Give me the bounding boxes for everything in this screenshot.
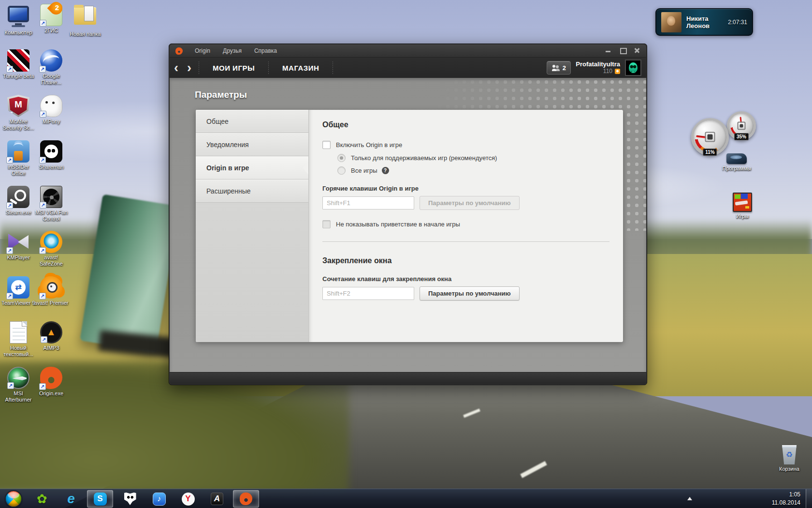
msi-afterburner-icon <box>7 367 29 389</box>
desktop-icon-label: 2ГИС <box>34 28 69 34</box>
aimp3-icon <box>40 321 62 344</box>
mipony-icon <box>40 95 62 117</box>
shortcut-arrow-icon <box>40 20 46 27</box>
desktop-icon-tunngle[interactable]: Tunngle beta <box>1 49 36 79</box>
window-menubar: Origin Друзья Справка <box>170 45 646 58</box>
msi-fan-control-icon <box>40 186 62 208</box>
desktop-icon-teamviewer[interactable]: TeamViewer 9 <box>1 276 36 306</box>
user-meta: Profatalityultra 110 <box>576 60 620 75</box>
tab-my-games[interactable]: МОИ ИГРЫ <box>202 64 265 72</box>
all-games-label: Все игры <box>351 167 377 174</box>
taskbar-item-origin[interactable] <box>233 490 259 508</box>
show-desktop-button[interactable] <box>806 489 812 508</box>
settings-panel: Общее Уведомления Origin в игре Расширен… <box>196 110 623 342</box>
desktop-icon-mipony[interactable]: MiPony <box>34 95 69 125</box>
supported-games-radio[interactable] <box>337 154 346 162</box>
desktop-icon-avast-safezone[interactable]: avast! SafeZone <box>34 231 69 267</box>
pin-hotkey-input[interactable] <box>322 287 414 300</box>
start-button[interactable] <box>5 490 22 508</box>
sidebar-item-notifications[interactable]: Уведомления <box>196 133 308 156</box>
call-overlay-widget[interactable]: Никита Леонов 2:07:31 <box>655 8 753 36</box>
desktop-icon-mcafee[interactable]: McAfee Security Sc... <box>1 95 36 131</box>
desktop-icon-games[interactable]: Игры <box>724 193 761 219</box>
tray-expand-icon[interactable] <box>687 497 692 500</box>
sidebar-item-origin-in-game[interactable]: Origin в игре <box>196 156 308 179</box>
mcafee-icon <box>7 95 29 117</box>
tab-store[interactable]: МАГАЗИН <box>272 64 330 72</box>
tunngle-icon <box>7 49 29 72</box>
taskbar-item-internet-explorer[interactable]: e <box>58 490 84 508</box>
desktop-icon-msi-fan[interactable]: MSI VGA Fan Control <box>34 186 69 222</box>
section-heading-general: Общее <box>322 120 609 129</box>
desktop-icon-google-earth[interactable]: Google Плане... <box>34 49 69 86</box>
desktop-icon-text-document[interactable]: Новый текстовый... <box>1 321 36 358</box>
desktop-icon-avast-premier[interactable]: avast! Premier <box>34 276 69 306</box>
friends-count: 2 <box>563 64 566 72</box>
desktop-icon-shareman[interactable]: Shareman <box>34 140 69 170</box>
origin-icon <box>240 493 252 505</box>
skull-avatar-icon <box>629 62 638 73</box>
origin-window: Origin Друзья Справка ‹ › МОИ ИГРЫ МАГАЗ… <box>169 44 647 385</box>
desktop-icon-label: Новая папка <box>68 31 102 37</box>
enable-origin-in-game-checkbox[interactable] <box>322 141 331 149</box>
origin-navbar: ‹ › МОИ ИГРЫ МАГАЗИН 2 Profatalityultra … <box>170 58 646 78</box>
help-icon[interactable]: ? <box>382 167 389 174</box>
desktop-icon-msi-afterburner[interactable]: MSI Afterburner <box>1 367 36 403</box>
desktop-icon-origin[interactable]: Origin.exe <box>34 367 69 397</box>
taskbar-item-icq[interactable]: ✿ <box>29 490 55 508</box>
no-greeting-label: Не показывать приветствие в начале игры <box>336 221 460 228</box>
sidebar-item-general[interactable]: Общее <box>196 110 308 133</box>
games-icon <box>733 193 752 212</box>
desktop-icon-inssider[interactable]: inSSIDer Office <box>1 140 36 177</box>
2gis-icon <box>40 4 62 26</box>
desktop-icon-computer[interactable]: Компьютер <box>1 4 36 36</box>
desktop-icon-programs[interactable]: Программы <box>718 153 755 171</box>
desktop-icon-steam[interactable]: Steam.exe <box>1 186 36 216</box>
desktop-icon-new-folder[interactable]: Новая папка <box>68 4 102 37</box>
menu-help[interactable]: Справка <box>248 47 283 54</box>
defaults-button[interactable]: Параметры по умолчанию <box>420 286 520 300</box>
music-player-icon: ♪ <box>153 493 166 506</box>
no-greeting-checkbox[interactable] <box>322 220 331 228</box>
taskbar-clock[interactable]: 1:05 11.08.2014 <box>772 491 800 507</box>
internet-explorer-icon: e <box>67 491 75 507</box>
supported-games-label: Только для поддерживаемых игр (рекоменду… <box>351 154 497 162</box>
close-button[interactable] <box>634 47 640 54</box>
sidebar-item-advanced[interactable]: Расширенные <box>196 179 308 203</box>
in-game-hotkey-input[interactable] <box>322 196 414 209</box>
user-avatar[interactable] <box>625 60 641 76</box>
steam-icon <box>7 186 29 208</box>
cpu-chip-icon <box>705 132 715 142</box>
ram-usage-value: 35% <box>734 133 749 140</box>
avast-premier-icon <box>40 276 62 299</box>
taskbar-item-foobar2000[interactable] <box>117 490 143 508</box>
origin-points-icon <box>615 69 620 74</box>
maximize-button[interactable] <box>619 47 626 54</box>
programs-icon <box>726 153 747 164</box>
desktop-icon-aimp3[interactable]: AIMP3 <box>34 321 69 351</box>
all-games-radio[interactable] <box>337 166 346 175</box>
desktop-icon-recycle-bin[interactable]: Корзина <box>771 445 808 472</box>
menu-origin[interactable]: Origin <box>188 47 217 54</box>
allplayer-icon: A <box>211 493 223 505</box>
desktop-icon-2gis[interactable]: 2ГИС <box>34 4 69 34</box>
settings-content: Общее Включить Origin в игре Только для … <box>309 110 623 342</box>
back-arrow-icon[interactable]: ‹ <box>170 59 183 77</box>
friends-button[interactable]: 2 <box>547 61 571 75</box>
settings-sidebar: Общее Уведомления Origin в игре Расширен… <box>196 110 309 342</box>
minimize-button[interactable] <box>605 47 611 54</box>
foobar2000-icon <box>124 493 136 505</box>
menu-friends[interactable]: Друзья <box>217 47 248 54</box>
caller-avatar <box>661 12 682 32</box>
shareman-icon <box>40 140 62 163</box>
defaults-button-disabled[interactable]: Параметры по умолчанию <box>420 196 520 210</box>
taskbar-item-music-player[interactable]: ♪ <box>146 490 172 508</box>
desktop-icon-kmplayer[interactable]: KMPlayer <box>1 231 36 261</box>
page-title: Параметры <box>195 90 247 100</box>
taskbar-item-yandex-browser[interactable]: Y <box>175 490 201 508</box>
taskbar-item-skype[interactable]: S <box>87 490 113 508</box>
folder-icon <box>74 7 96 25</box>
forward-arrow-icon[interactable]: › <box>183 59 196 77</box>
skype-icon: S <box>94 493 107 506</box>
taskbar-item-allplayer[interactable]: A <box>204 490 230 508</box>
